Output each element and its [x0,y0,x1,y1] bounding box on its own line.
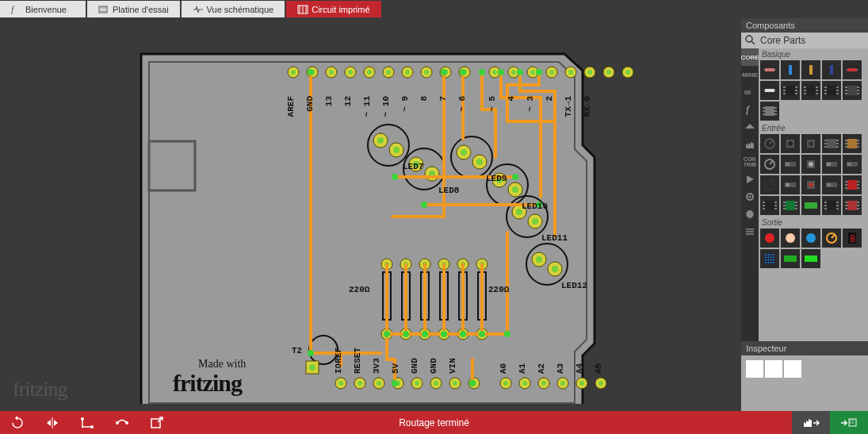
part-item[interactable] [822,81,841,100]
part-item[interactable] [843,134,862,153]
bottom-toolbar: Routage terminé [0,411,868,434]
bin-con[interactable]: CONTRIB [741,153,759,171]
parts-search-row [741,33,868,48]
part-item[interactable] [801,134,820,153]
svg-rect-253 [765,106,774,116]
part-item[interactable] [760,196,779,215]
bin-list-icon[interactable] [741,223,759,240]
svg-point-147 [479,69,485,75]
part-item[interactable] [801,81,820,100]
bin-hat-icon[interactable] [741,118,759,136]
svg-point-29 [405,70,410,75]
part-item[interactable] [843,155,862,174]
tab-welcome[interactable]: f Bienvenue [0,1,86,17]
part-item[interactable] [781,81,800,100]
flip-button[interactable] [35,411,70,434]
part-item[interactable] [822,229,841,248]
svg-point-77 [579,381,584,386]
bin-core[interactable]: CORE [741,48,759,66]
svg-text:Made with: Made with [198,358,246,370]
svg-rect-246 [847,86,857,95]
part-item[interactable] [781,175,800,194]
part-item[interactable] [822,175,841,194]
svg-text:IOREF: IOREF [334,348,343,374]
fab-order-button[interactable] [792,411,830,434]
part-item[interactable] [843,60,862,79]
svg-point-79 [598,381,603,386]
part-item[interactable] [822,196,841,215]
part-item[interactable] [760,175,779,194]
part-item[interactable] [760,60,779,79]
part-item[interactable] [801,175,820,194]
pcb-canvas[interactable]: AREFGND1312~ 11~ 10~ 987~ 6~ 54~ 32TX→1R… [0,18,741,411]
part-item[interactable] [760,102,779,121]
part-item[interactable] [781,196,800,215]
part-item[interactable] [801,196,820,215]
part-item[interactable] [781,155,800,174]
bin-cog-icon[interactable] [741,205,759,223]
svg-rect-312 [786,201,795,210]
part-item[interactable] [760,249,779,268]
inspector-slot[interactable] [746,360,763,378]
bin-f-icon[interactable]: f [741,101,759,118]
part-item[interactable] [822,60,841,79]
svg-point-27 [386,70,391,75]
part-item[interactable] [781,229,800,248]
svg-point-151 [384,331,390,337]
part-item[interactable] [781,249,800,268]
category-output: Sortie [760,217,866,227]
svg-rect-327 [847,201,857,210]
svg-point-263 [788,141,793,146]
svg-point-4 [103,7,104,8]
part-item[interactable]: 8 [843,229,862,248]
bin-gear-icon[interactable] [741,188,759,205]
share-button[interactable] [830,411,868,434]
part-item[interactable] [760,229,779,248]
svg-point-154 [441,331,447,337]
svg-point-351 [767,259,769,261]
rotate-button[interactable] [0,411,35,434]
svg-rect-266 [827,139,836,148]
part-item[interactable] [781,134,800,153]
tab-welcome-label: Bienvenue [25,5,67,14]
inspector-slot[interactable] [784,360,801,378]
autoroute-button[interactable] [70,411,105,434]
bin-mine[interactable]: MINE [741,66,759,83]
part-item[interactable] [760,155,779,174]
svg-rect-289 [847,163,851,166]
part-item[interactable] [781,60,800,79]
export-button[interactable] [140,411,174,434]
svg-point-204 [746,36,752,42]
bin-factory-icon[interactable] [741,136,759,153]
part-item[interactable] [822,134,841,153]
svg-point-57 [377,381,381,386]
part-item[interactable] [843,175,862,194]
tab-breadboard[interactable]: Platine d'essai [87,1,180,17]
bin-play-icon[interactable] [741,171,759,188]
svg-point-137 [536,256,542,263]
tab-pcb[interactable]: Circuit imprimé [286,1,380,17]
trace-button[interactable] [105,411,140,434]
part-item[interactable] [760,134,779,153]
svg-text:fritzing: fritzing [173,370,243,396]
svg-point-37 [492,70,497,75]
part-item[interactable] [801,249,820,268]
part-item[interactable] [801,60,820,79]
part-item[interactable] [760,81,779,100]
inspector-slot[interactable] [765,360,782,378]
svg-text:LED8: LED8 [438,186,460,195]
part-item[interactable] [801,229,820,248]
part-item[interactable] [822,155,841,174]
svg-text:RX←0: RX←0 [583,96,592,117]
part-item[interactable] [843,81,862,100]
part-item[interactable] [801,155,820,174]
breadboard-icon [98,5,108,14]
svg-point-334 [765,233,774,243]
pcb-icon [297,5,307,14]
bin-loop-icon[interactable]: ∞ [741,83,759,101]
pcb-board-svg[interactable]: AREFGND1312~ 11~ 10~ 987~ 6~ 54~ 32TX→1R… [0,18,741,404]
parts-list[interactable]: Basique Entrée Sortie 8 [759,48,868,341]
part-item[interactable] [843,196,862,215]
tab-schematic[interactable]: Vue schématique [182,1,285,17]
parts-search-input[interactable] [759,34,868,47]
